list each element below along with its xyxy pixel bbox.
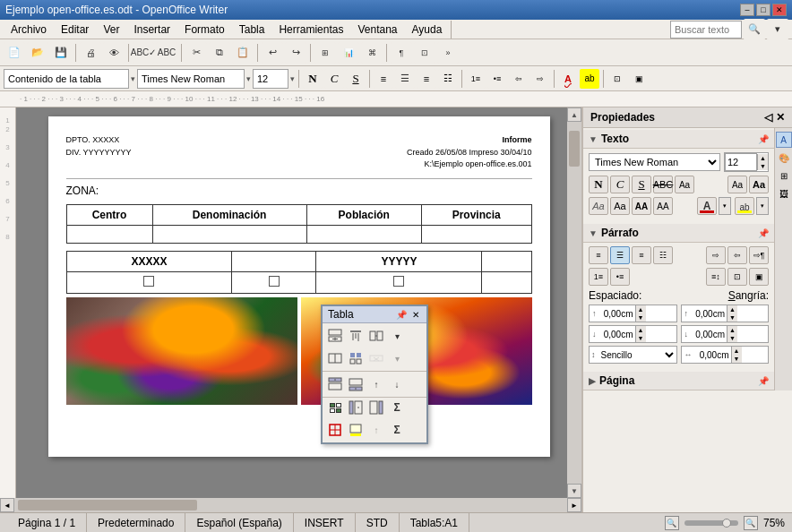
para-list-bul[interactable]: •≡ [610,268,630,286]
scroll-up-arrow[interactable]: ▲ [567,107,581,122]
menu-archivo[interactable]: Archivo [4,21,54,38]
props-icon-3[interactable]: ⊞ [776,167,792,184]
empty-cell-1[interactable] [232,251,316,271]
para-indent-more[interactable]: ⇨ [706,246,726,264]
paste-btn[interactable]: 📋 [232,42,254,64]
linespacing-select[interactable]: Sencillo 1.5 Doble [598,347,676,363]
tabla-btn-move-up[interactable]: ↑ [366,374,386,394]
tabla-btn-sum2[interactable]: Σ [387,420,407,440]
scroll-thumb[interactable] [569,131,580,167]
tabla-btn-bg-color[interactable] [346,420,366,440]
cb-cell-2[interactable] [232,271,316,293]
zoom-increase-btn[interactable]: 🔍 [744,516,758,530]
para-border-btn[interactable]: ⊡ [727,268,747,286]
props-underline-btn[interactable]: S [632,176,651,193]
tabla-btn-insert-col-after[interactable] [366,398,386,417]
zoom-slider[interactable] [684,520,738,526]
indent-left-input[interactable] [691,305,727,322]
text-section-pin[interactable]: 📌 [758,134,769,144]
tabla-btn-border-color[interactable] [325,420,345,440]
tabla-btn-dropdown[interactable]: ▾ [387,326,407,346]
size-up-btn[interactable]: ▲ [757,154,768,162]
more-btn[interactable]: » [437,42,459,64]
props-strikethrough-btn[interactable]: ABC [653,176,673,193]
pagina-section-pin[interactable]: 📌 [758,376,769,386]
tabla-btn-align-top[interactable] [346,326,366,346]
tabla-btn-table-props[interactable] [346,348,366,368]
para-list-num[interactable]: 1≡ [589,268,608,286]
spacing-above-up[interactable]: ▲ [635,305,646,313]
font-dropdown[interactable]: ▾ [246,74,251,83]
props-font-color-btn[interactable]: A [697,197,717,215]
table-btn[interactable]: ⊞ [314,42,336,64]
props-icon-4[interactable]: 🖼 [776,185,792,202]
zoom-decrease-btn[interactable]: 🔍 [665,516,679,530]
insert-btn[interactable]: ⌘ [361,42,383,64]
align-left-btn[interactable]: ≡ [374,69,393,89]
style-dropdown[interactable]: ▾ [131,74,135,83]
size-dropdown[interactable]: ▾ [290,74,295,83]
cb-cell-1[interactable] [66,271,232,293]
search-input[interactable] [670,21,742,39]
font-color-btn[interactable]: A [558,69,578,89]
tabla-toolbar-close[interactable]: ✕ [410,310,421,320]
scroll-down-arrow[interactable]: ▼ [567,484,581,498]
style-combo[interactable] [4,69,129,89]
minimize-button[interactable]: – [740,4,754,16]
tabla-btn-ins-row-below[interactable] [346,374,366,394]
scroll-thumb-h[interactable] [18,500,197,511]
indent-right-down[interactable]: ▼ [727,334,737,342]
table-cell-1-1[interactable] [66,225,152,243]
props-icon-2[interactable]: 🎨 [776,150,792,166]
close-button[interactable]: ✕ [772,4,787,16]
indent-right-input[interactable] [691,326,727,342]
spacing-below-up[interactable]: ▲ [635,326,646,334]
props-highlight-btn[interactable]: ab [735,197,754,215]
props-smallcaps-btn[interactable]: AA [653,197,673,215]
spacing-below-down[interactable]: ▼ [635,334,646,342]
autocorrect-btn[interactable]: ABC [156,42,177,64]
indent-left-up[interactable]: ▲ [727,305,737,313]
align-center-btn[interactable]: ☰ [395,69,415,89]
props-bold-btn[interactable]: N [589,176,608,193]
indent-btn[interactable]: ⇨ [530,69,550,89]
para-align-center[interactable]: ☰ [610,246,630,264]
list-num-btn[interactable]: 1≡ [466,69,486,89]
cb-cell-4[interactable] [482,271,531,293]
tabla-toolbar-pin[interactable]: 📌 [394,310,409,320]
props-size-input[interactable] [725,153,757,171]
print-btn[interactable]: 🖨 [80,42,101,64]
para-justify[interactable]: ☷ [653,246,673,264]
bg-color-btn[interactable]: ▣ [629,69,649,89]
justify-btn[interactable]: ☷ [438,69,458,89]
menu-ver[interactable]: Ver [96,21,126,38]
font-combo[interactable] [137,69,245,89]
outdent-btn[interactable]: ⇦ [509,69,529,89]
props-caps-btn[interactable]: AA [632,197,651,215]
props-shrink-btn[interactable]: Aa [727,176,747,193]
tabla-toolbar-header[interactable]: Tabla 📌 ✕ [323,306,426,323]
cb-cell-3[interactable] [316,271,482,293]
tabla-btn-ins-row-above[interactable] [325,374,345,394]
maximize-button[interactable]: □ [756,4,770,16]
tabla-btn-merge[interactable] [366,326,386,346]
bold-button[interactable]: N [303,69,323,89]
menu-ventana[interactable]: Ventana [350,21,404,38]
props-close-btn[interactable]: ✕ [776,111,785,124]
menu-ayuda[interactable]: Ayuda [405,21,450,38]
props-font-select[interactable]: Times New Roman [589,153,720,171]
redo-btn[interactable]: ↪ [285,42,306,64]
search-expand[interactable]: ▾ [767,19,788,40]
spacing-above-input[interactable] [599,305,635,322]
para-bg-btn[interactable]: ▣ [749,268,769,286]
parrafo-section-header[interactable]: ▼ Párrafo 📌 [583,224,774,243]
props-italic-btn[interactable]: C [610,176,630,193]
props-shadow-btn[interactable]: Aa [589,197,608,215]
menu-formato[interactable]: Formato [177,21,232,38]
parrafo-section-pin[interactable]: 📌 [758,228,769,238]
para-align-left[interactable]: ≡ [589,246,608,264]
indent-first-input[interactable] [695,347,731,363]
para-align-right[interactable]: ≡ [632,246,651,264]
border-btn[interactable]: ⊡ [607,69,627,89]
zoom-thumb[interactable] [722,519,731,528]
